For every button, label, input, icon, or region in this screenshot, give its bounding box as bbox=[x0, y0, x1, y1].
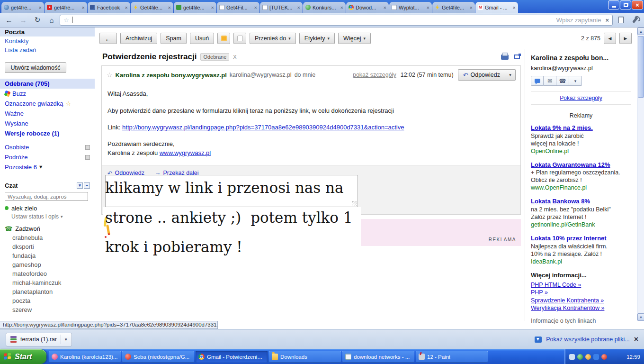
signature-link[interactable]: www.wygrywasz.pl bbox=[160, 149, 211, 156]
tray-status-icon[interactable] bbox=[577, 354, 583, 360]
tab-close-icon[interactable]: × bbox=[427, 5, 429, 10]
sidebar-item-wyslane[interactable]: Wysłane bbox=[0, 118, 95, 128]
reply-options-button[interactable]: ▾ bbox=[505, 69, 516, 81]
email-action-button[interactable]: ✉ bbox=[544, 76, 556, 86]
label-color-swatch[interactable] bbox=[85, 145, 90, 150]
chat-contact[interactable]: gameshop bbox=[0, 260, 95, 269]
ad-title-link[interactable]: Lokata 10% przez Internet bbox=[531, 235, 607, 242]
older-message-button[interactable]: ▶ bbox=[619, 33, 632, 44]
tab-10[interactable]: Wypłat...× bbox=[389, 2, 432, 13]
label-chip[interactable]: Odebrane bbox=[200, 53, 229, 61]
tab-close-icon[interactable]: × bbox=[254, 5, 257, 10]
tab-close-icon[interactable]: × bbox=[340, 5, 343, 10]
chat-contact[interactable]: michal-kaminczuk bbox=[0, 278, 95, 287]
more-button[interactable]: Więcej▾ bbox=[338, 33, 371, 44]
taskbar-item-paint[interactable]: 12 - Paint bbox=[416, 351, 488, 363]
spam-button[interactable]: Spam bbox=[161, 33, 187, 44]
reply-button[interactable]: ↶Odpowiedz bbox=[458, 69, 505, 81]
tab-close-icon[interactable]: × bbox=[384, 5, 386, 10]
close-window-button[interactable]: × bbox=[632, 0, 643, 9]
tray-update-icon[interactable] bbox=[585, 354, 591, 360]
start-button[interactable]: Start bbox=[0, 349, 46, 364]
ad-title-link[interactable]: Lokata Gwarantowana 12% bbox=[531, 161, 610, 168]
move-to-button[interactable]: Przenieś do▾ bbox=[250, 33, 296, 44]
tab-4[interactable]: Get4file...× bbox=[131, 2, 173, 13]
back-to-inbox-button[interactable]: ← bbox=[99, 33, 117, 44]
download-item[interactable]: terraria (1).rar ▾ bbox=[6, 333, 72, 346]
confirmation-link[interactable]: http://bony.wygrywasz.pl/landingpage.php… bbox=[122, 124, 404, 131]
chat-status-row[interactable]: Ustaw status i opis ▾ bbox=[0, 212, 95, 221]
compose-button[interactable]: Utwórz wiadomość bbox=[5, 62, 66, 73]
remove-label-button[interactable]: X bbox=[233, 54, 236, 60]
delete-button[interactable]: Usuń bbox=[190, 33, 214, 44]
wrench-menu-button[interactable] bbox=[629, 14, 641, 26]
sidebar-item-podroze[interactable]: Podróże bbox=[0, 152, 95, 162]
ad-title-link[interactable]: Lokata Bankowa 8% bbox=[531, 198, 590, 205]
chat-self-row[interactable]: alek zielo bbox=[0, 204, 95, 212]
sidebar-item-odebrane[interactable]: Odebrane (705) bbox=[0, 79, 95, 89]
chat-minimize-icon[interactable]: – bbox=[84, 182, 90, 189]
sidebar-item-poczta[interactable]: Poczta bbox=[0, 27, 95, 36]
mark-not-important-button[interactable] bbox=[233, 33, 246, 44]
chat-options-icon[interactable]: ▾ bbox=[77, 182, 83, 189]
sidebar-item-pozostale[interactable]: Pozostałe 6▾ bbox=[0, 162, 95, 172]
tab-close-icon[interactable]: × bbox=[125, 5, 128, 10]
sender-name[interactable]: Karolina z zespołu bony.wygrywasz.pl bbox=[116, 72, 227, 79]
print-icon[interactable] bbox=[501, 55, 509, 60]
sidebar-item-wersje-robocze[interactable]: Wersje robocze (1) bbox=[0, 128, 95, 138]
resize-grip[interactable] bbox=[352, 201, 357, 206]
chat-contact[interactable]: planetaplanton bbox=[0, 287, 95, 296]
tab-gmail-active[interactable]: MGmail - ...× bbox=[475, 2, 518, 13]
tab-close-icon[interactable]: × bbox=[470, 5, 473, 10]
sidebar-item-kontakty[interactable]: Kontakty bbox=[0, 36, 95, 46]
tab-7[interactable]: [TUTEK...× bbox=[260, 2, 303, 13]
chat-contact[interactable]: poczta bbox=[0, 296, 95, 305]
reload-button[interactable]: ↻ bbox=[31, 14, 44, 26]
sidebar-item-lista-zadan[interactable]: Lista zadań bbox=[0, 46, 95, 55]
tab-facebook[interactable]: Facebook× bbox=[88, 2, 130, 13]
forward-button[interactable]: → bbox=[17, 14, 29, 26]
chat-search-input[interactable] bbox=[5, 192, 88, 201]
tab-11[interactable]: Get4file...× bbox=[432, 2, 475, 13]
tab-8[interactable]: Konkurs...× bbox=[303, 2, 346, 13]
minimize-button[interactable] bbox=[608, 0, 619, 9]
chat-contact[interactable]: mateofordeo bbox=[0, 269, 95, 278]
tab-close-icon[interactable]: × bbox=[513, 5, 516, 10]
sidebar-item-osobiste[interactable]: Osobiste bbox=[0, 142, 95, 152]
scrollbar-up-button[interactable]: ▲ bbox=[637, 27, 644, 35]
chat-action-button[interactable] bbox=[531, 76, 544, 86]
chat-contact[interactable]: dksporti bbox=[0, 242, 95, 251]
vertical-scrollbar[interactable]: ▲ ▼ bbox=[637, 27, 644, 321]
back-button[interactable]: ← bbox=[3, 14, 15, 26]
tray-network-icon[interactable] bbox=[593, 354, 599, 360]
taskbar-item-gmail-active[interactable]: Gmail - Potwierdzenie... bbox=[196, 351, 268, 363]
restore-button[interactable] bbox=[620, 0, 631, 9]
page-menu-button[interactable] bbox=[615, 14, 627, 26]
clear-search-icon[interactable]: × bbox=[605, 17, 609, 24]
chat-contact[interactable]: crabnebula bbox=[0, 233, 95, 242]
sidebar-item-wazne[interactable]: Ważne bbox=[0, 109, 95, 118]
tray-keyboard-icon[interactable] bbox=[569, 354, 575, 360]
label-color-swatch[interactable] bbox=[85, 155, 90, 160]
toolbar-search-placeholder[interactable]: Wpisz zapytanie bbox=[556, 17, 601, 24]
newer-message-button[interactable]: ◀ bbox=[604, 33, 616, 44]
tab-close-icon[interactable]: × bbox=[211, 5, 214, 10]
tab-5[interactable]: get4file...× bbox=[174, 2, 216, 13]
chat-contact[interactable]: fundacja bbox=[0, 251, 95, 260]
ad-title-link[interactable]: Lokata 9% na 2 mies. bbox=[531, 124, 593, 131]
scrollbar-thumb[interactable] bbox=[638, 36, 644, 98]
open-in-new-window-icon[interactable] bbox=[514, 55, 520, 59]
tab-close-icon[interactable]: × bbox=[39, 5, 42, 10]
ad-url[interactable]: OpenOnline.pl bbox=[531, 147, 631, 155]
taskbar-item-downloads[interactable]: Downloads bbox=[269, 351, 341, 363]
tray-security-icon[interactable] bbox=[601, 354, 607, 360]
home-button[interactable]: ⌂ bbox=[45, 14, 58, 26]
more-info-link[interactable]: PHP » bbox=[531, 289, 631, 297]
taskbar-item-karolina[interactable]: Karolina (karolcia123)... bbox=[49, 351, 121, 363]
tab-close-icon[interactable]: × bbox=[297, 5, 300, 10]
tab-close-icon[interactable]: × bbox=[168, 5, 171, 10]
recipient-label[interactable]: do mnie bbox=[295, 72, 315, 78]
bookmark-star-icon[interactable]: ☆ bbox=[63, 17, 69, 24]
scrollbar-down-button[interactable]: ▼ bbox=[637, 313, 644, 321]
chat-call-row[interactable]: ☎ Zadzwoń bbox=[0, 224, 95, 233]
